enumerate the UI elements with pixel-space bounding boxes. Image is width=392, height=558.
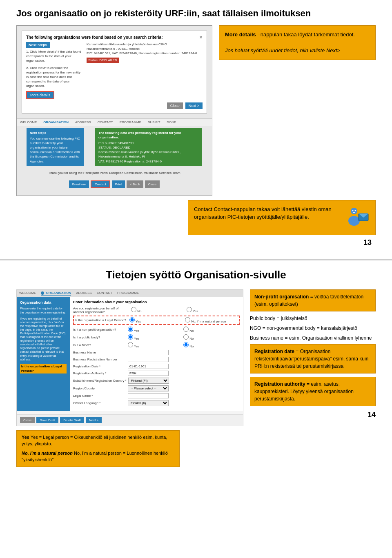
form-row-establishment: Establishment/Registration Country * Fin… <box>73 378 240 384</box>
q3-radio-group: Yes No <box>128 327 236 333</box>
contact-text: Contact-nappulan takaa voit lähettää vie… <box>194 206 332 220</box>
modal-next-steps-label: Next steps <box>26 42 50 48</box>
modal-next-button[interactable]: Next > <box>185 102 203 109</box>
bus-reg-num-input[interactable] <box>128 357 169 362</box>
back-button[interactable]: < Back <box>127 180 143 188</box>
lower-pic: PIC number: 949481591 <box>98 141 199 145</box>
nav-contact: CONTACT <box>98 120 113 124</box>
modal-close-x[interactable]: ✕ <box>199 35 203 40</box>
lower-status: STATUS: DECLARED <box>98 145 199 150</box>
modal-step2: 2. Click 'Next' to continue the registra… <box>26 66 83 89</box>
q4-yes-radio[interactable] <box>128 334 133 340</box>
svg-point-4 <box>352 210 354 211</box>
region-label: Region/County <box>73 387 126 390</box>
lower-next-steps-title: Next steps <box>30 131 80 135</box>
page2-title: Tietojen syöttö Organisation-sivulle <box>16 269 376 281</box>
thank-you-text: Thank you for using the Participant Port… <box>22 169 207 177</box>
page1-nav-bar: WELCOME ORGANISATION ADDRESS CONTACT PRO… <box>17 118 212 126</box>
business-name-input[interactable] <box>128 350 169 355</box>
q1-no-radio[interactable] <box>131 307 136 312</box>
form-nav-address: ADDRESS <box>76 291 92 296</box>
page-2-section: Tietojen syöttö Organisation-sivulle WEL… <box>0 260 392 479</box>
official-lang-select[interactable]: Finnish (fi) <box>128 400 169 406</box>
reg-auth-input[interactable] <box>128 371 169 376</box>
form-row-q3: Is it a non-profit organisation? Yes No <box>73 327 240 333</box>
nav-submit: SUBMIT <box>148 120 160 124</box>
q1-yes-radio[interactable] <box>187 307 192 312</box>
annot-public-body-def: = julkisyhteisö <box>276 316 307 321</box>
annot-ngo-label: NGO <box>250 325 261 331</box>
form-row-legal-name: Legal Name * <box>73 393 240 398</box>
q4-label: Is it a public body? <box>73 336 126 339</box>
contact-annotation-text: Contact Contact-nappulan takaa voit lähe… <box>194 205 341 221</box>
legal-name-input[interactable] <box>128 393 169 398</box>
email-me-button[interactable]: Email me <box>69 180 89 188</box>
establishment-select[interactable]: Finland (FI) <box>128 378 169 384</box>
form-row-q2: Is the organisation a Legal Person? Yes … <box>73 316 240 325</box>
form-nav-programme: PROGRAMME <box>117 291 139 296</box>
q4-no-radio[interactable] <box>183 334 189 340</box>
form-row-region: Region/County -- Please select -- <box>73 385 240 391</box>
establishment-label: Establishment/Registration Country * <box>73 379 127 382</box>
annot-public-body-label: Public body <box>250 316 275 321</box>
lower-vat: VAT: FI24817840 Registration #: 2481784-… <box>98 159 199 164</box>
close-button2[interactable]: Close <box>145 180 160 188</box>
modal-org-pic: PIC: 949481591, VAT: FI24817840, Nationa… <box>87 51 199 56</box>
region-select[interactable]: -- Please select -- <box>128 385 169 391</box>
annot1-text2: –nappulan takaa löydät tarkemmat tiedot. <box>257 31 354 38</box>
q2-no-radio[interactable] <box>185 317 190 322</box>
page-1-section: Jos organisaatio on jo rekisteröity URF:… <box>0 0 392 260</box>
business-name-label: Business Name <box>73 351 126 354</box>
lower-data-title: The following data was previously regist… <box>98 131 199 140</box>
reg-date-input[interactable] <box>128 364 169 369</box>
annot-ngo-text: NGO = non-govermental body = kansalaisjä… <box>250 325 376 332</box>
form-save-draft-button[interactable]: Save Draft <box>36 417 58 423</box>
q3-yes-radio[interactable] <box>128 327 133 332</box>
q3-label: Is it a non-profit organisation? <box>73 328 126 331</box>
no-label: No, I'm a natural person <box>22 451 73 456</box>
contact-annotation-row: Contact Contact-nappulan takaa voit lähe… <box>16 200 376 235</box>
legal-name-label: Legal Name * <box>73 394 126 398</box>
form-row-official-lang: Official Language * Finnish (fi) <box>73 400 240 406</box>
contact-label: Contact <box>194 206 212 212</box>
form-next-button[interactable]: Next > <box>86 417 102 423</box>
q5-no-radio[interactable] <box>183 342 189 347</box>
q3-no-radio[interactable] <box>183 327 189 332</box>
modal-close-button[interactable]: Close <box>167 102 183 109</box>
page2-bottom-annotations: Yes Yes = Legal person = Oikeushenkilö e… <box>16 430 376 467</box>
modal-step1: 1. Click 'More details' if the data foun… <box>26 49 83 63</box>
q2-yes-radio[interactable] <box>129 317 135 322</box>
modal-header: The following organisations were found b… <box>26 35 199 40</box>
q1-label: Are you registering on behalf of another… <box>73 307 129 314</box>
q5-yes-radio[interactable] <box>128 342 133 347</box>
yes-text: Yes Yes = Legal person = Oikeushenkilö e… <box>22 434 174 447</box>
nav-address: ADDRESS <box>75 120 91 124</box>
org-if-registering: If you are registering on behalf of anot… <box>20 317 67 361</box>
bus-reg-num-label: Business Registration Number <box>73 358 126 361</box>
annot-reg-date-label: Registration date <box>254 349 294 354</box>
form-close-button[interactable]: Close <box>20 417 35 423</box>
contact-button[interactable]: Contact <box>91 180 110 188</box>
form-nav-welcome: WELCOME <box>19 291 36 296</box>
official-lang-label: Official Language * <box>73 401 126 405</box>
print-button[interactable]: Print <box>112 180 125 188</box>
annot1-highlight: More details <box>225 31 256 38</box>
annot-non-profit: Non-profit organisation = voittoa tavoit… <box>250 289 376 311</box>
more-details-button[interactable]: More details <box>26 91 54 99</box>
annot-public-body-text: Public body = julkisyhteisö <box>250 315 376 322</box>
nav-welcome: WELCOME <box>20 120 37 124</box>
form-left-panel: Organisation data Please enter the requi… <box>17 297 70 411</box>
q5-label: Is it a NGO? <box>73 343 126 347</box>
annot-non-profit-label: Non-profit organisation <box>254 294 309 300</box>
lower-next-steps-panel: Next steps You can now use the following… <box>27 128 84 166</box>
form-delete-draft-button[interactable]: Delete Draft <box>60 417 84 423</box>
form-body: Organisation data Please enter the requi… <box>17 297 243 411</box>
no-text: No, I'm a natural person No, I'm a natur… <box>22 450 174 463</box>
form-actions: Close Save Draft Delete Draft Next > <box>17 414 243 426</box>
q2-radio-group: Yes No, I'm a natural person <box>129 317 238 323</box>
form-right-panel: Enter information about your organisatio… <box>70 297 243 411</box>
modal-org-status: Status: DECLARED <box>87 58 199 63</box>
modal-org-address: Hakaniemenranta 6 , 00531, Helsinki <box>87 47 199 51</box>
yes-label: Yes <box>22 435 29 440</box>
lower-next-steps-text: You can now use the following PIC number… <box>30 136 80 164</box>
